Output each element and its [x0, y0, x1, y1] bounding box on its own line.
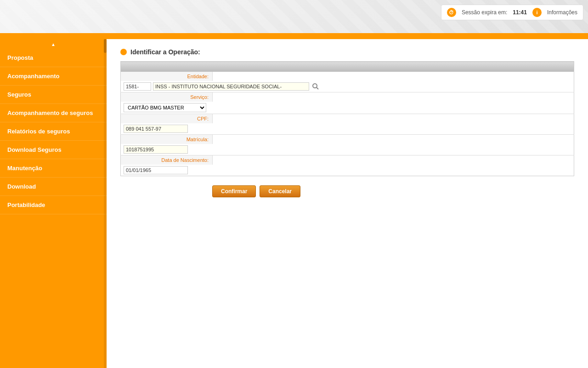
- form-row-servico: Serviço: CARTÃO BMG MASTER: [121, 92, 574, 114]
- form-row-matricula: Matrícula:: [121, 134, 574, 155]
- session-time: 11:41: [513, 9, 527, 16]
- matricula-label: Matrícula:: [121, 135, 213, 144]
- cpf-label: CPF:: [121, 114, 213, 123]
- sidebar-item-relatorios-seguros[interactable]: Relatórios de seguros: [0, 122, 107, 141]
- orange-bar: [0, 34, 588, 39]
- sidebar-item-portabilidade[interactable]: Portabilidade: [0, 196, 107, 214]
- info-icon: i: [532, 8, 542, 17]
- section-icon: [120, 49, 127, 55]
- cancel-button[interactable]: Cancelar: [260, 185, 300, 197]
- session-label: Sessão expira em:: [462, 9, 507, 16]
- cpf-input[interactable]: [124, 125, 188, 133]
- sidebar-item-seguros[interactable]: Seguros: [0, 86, 107, 104]
- entidade-field: [121, 81, 574, 92]
- info-link[interactable]: Informações: [547, 9, 577, 16]
- matricula-field: [121, 144, 574, 155]
- search-icon: [312, 83, 319, 90]
- section-title: Identificar a Operação:: [120, 48, 574, 56]
- form-row-cpf: CPF:: [121, 114, 574, 134]
- layout: ▲ Proposta Acompanhamento Seguros Acompa…: [0, 39, 588, 368]
- clock-icon: ⏱: [447, 8, 456, 17]
- cpf-field: [121, 123, 574, 134]
- nascimento-field: [121, 165, 574, 176]
- entidade-label: Entidade:: [121, 72, 213, 81]
- sidebar-item-download-seguros[interactable]: Download Seguros: [0, 141, 107, 159]
- entidade-name-input[interactable]: [153, 82, 309, 91]
- servico-select[interactable]: CARTÃO BMG MASTER: [124, 103, 206, 112]
- svg-line-1: [317, 87, 318, 89]
- session-bar: ⏱ Sessão expira em: 11:41 i Informações: [441, 5, 583, 20]
- nascimento-label: Data de Nascimento:: [121, 155, 213, 165]
- form-table: Entidade: Serviço: CA: [120, 61, 574, 176]
- toggle-arrow: ▲: [51, 42, 56, 47]
- servico-field: CARTÃO BMG MASTER: [121, 102, 574, 114]
- servico-label: Serviço:: [121, 92, 213, 102]
- sidebar-item-proposta[interactable]: Proposta: [0, 49, 107, 67]
- entidade-code-input[interactable]: [124, 82, 151, 91]
- header: ⏱ Sessão expira em: 11:41 i Informações: [0, 0, 588, 34]
- sidebar: ▲ Proposta Acompanhamento Seguros Acompa…: [0, 39, 107, 368]
- svg-point-0: [313, 84, 317, 88]
- main-content: Identificar a Operação: Entidade:: [107, 39, 588, 368]
- sidebar-item-acompanhamento[interactable]: Acompanhamento: [0, 67, 107, 86]
- sidebar-toggle[interactable]: ▲: [0, 39, 107, 49]
- sidebar-item-acompanhamento-seguros[interactable]: Acompanhamento de seguros: [0, 104, 107, 122]
- sidebar-item-manutencao[interactable]: Manutenção: [0, 159, 107, 178]
- form-row-entidade: Entidade:: [121, 72, 574, 92]
- nascimento-input[interactable]: [124, 166, 188, 174]
- button-row: Confirmar Cancelar: [120, 185, 574, 197]
- section-title-text: Identificar a Operação:: [130, 48, 200, 56]
- sidebar-item-download[interactable]: Download: [0, 178, 107, 196]
- confirm-button[interactable]: Confirmar: [212, 185, 256, 197]
- search-button[interactable]: [311, 82, 320, 91]
- table-header: [121, 62, 574, 72]
- form-row-nascimento: Data de Nascimento:: [121, 155, 574, 176]
- matricula-input[interactable]: [124, 145, 188, 154]
